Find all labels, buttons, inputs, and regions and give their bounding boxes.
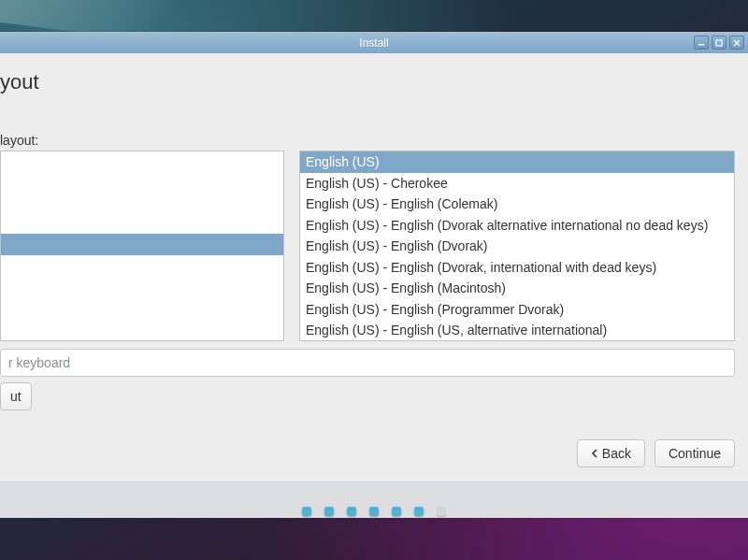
navigation-buttons: Back Continue [577,439,735,467]
layout-listbox-left[interactable] [0,151,284,341]
detect-layout-button[interactable]: ut [0,382,32,410]
minimize-button[interactable] [694,36,709,50]
list-item [1,151,283,234]
list-item-selected[interactable]: English (US) [300,151,734,173]
list-item[interactable]: English (US) - English (Dvorak) [300,236,734,257]
page-title: yout [0,70,39,94]
list-item[interactable]: English (US) - English (Dvorak alternati… [300,215,734,237]
section-label: layout: [0,133,38,148]
close-button[interactable] [729,36,744,50]
list-item[interactable]: English (US) - English (Programmer Dvora… [300,299,734,321]
progress-dot-active [347,507,356,516]
progress-dot-active [392,507,401,516]
progress-dot-inactive [437,507,446,516]
list-item-selected[interactable] [1,234,283,255]
list-item[interactable]: English (US) - English (Colemak) [300,194,734,215]
keyboard-test-input[interactable] [0,349,735,377]
back-button-label: Back [602,446,631,461]
list-item[interactable]: English (US) - Cherokee [300,173,734,194]
back-button[interactable]: Back [577,439,645,467]
window-controls [694,36,744,50]
progress-dot-active [414,507,424,516]
window-content: yout layout: English (US)English (US) - … [0,53,748,518]
layout-listbox-right[interactable]: English (US)English (US) - CherokeeEngli… [299,151,735,341]
chevron-left-icon [591,446,598,461]
window-title: Install [359,36,388,50]
continue-button-label: Continue [669,446,721,461]
keyboard-layout-lists: English (US)English (US) - CherokeeEngli… [0,151,735,341]
install-window: Install yout layout: English ( [0,32,748,518]
maximize-button[interactable] [712,36,726,50]
list-item[interactable]: English (US) - English (Dvorak, internat… [300,257,734,279]
continue-button[interactable]: Continue [654,439,735,467]
progress-dot-active [302,507,311,516]
svg-rect-0 [698,44,704,46]
progress-dots [0,481,748,518]
svg-rect-1 [716,40,722,46]
desktop-background: Install yout layout: English ( [0,0,748,560]
list-item[interactable]: English (US) - English (US, alternative … [300,320,734,341]
list-item[interactable]: English (US) - English (Macintosh) [300,278,734,299]
titlebar: Install [0,33,748,53]
progress-dot-active [369,507,379,516]
progress-dot-active [324,507,334,516]
